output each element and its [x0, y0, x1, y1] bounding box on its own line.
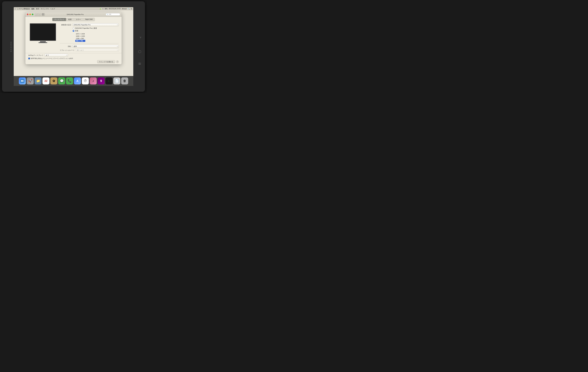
dock-item-itunes[interactable]: ♪ [90, 77, 97, 84]
tab-display[interactable]: ディスプレイ [52, 18, 66, 21]
refresh-row: リフレッシュレート: 45 ヘルツ ⬡ [60, 49, 119, 52]
dock: 🚀 📁 22 ✿ 💬 📞 A [14, 76, 133, 86]
dock-item-terminal[interactable]: >_ [105, 77, 112, 84]
grid-button[interactable] [42, 13, 45, 16]
close-button[interactable] [27, 14, 28, 15]
messages-icon: 💬 [60, 79, 64, 83]
battery-percent: 98% [105, 8, 108, 10]
screen:  システム環境設定 編集 表示 ウインドウ ヘルプ 🔋 ▽ 98% 8月22日… [14, 7, 133, 86]
monitor-base [39, 42, 47, 43]
dock-item-facetime[interactable]: 📞 [66, 77, 73, 84]
dock-item-calendar[interactable]: 22 [42, 77, 49, 84]
help-button[interactable]: ? [116, 60, 119, 63]
flower-icon: ✿ [52, 79, 55, 83]
dock-item-clock[interactable]: ⏱ [82, 77, 89, 84]
wifi-icon: ▽ [102, 8, 104, 10]
dock-item-appstore[interactable]: A [74, 77, 81, 84]
bottom-buttons: ウインドウを集める ? [28, 60, 119, 63]
menubar-left:  システム環境設定 編集 表示 ウインドウ ヘルプ [15, 8, 55, 10]
dock-item-grace[interactable]: 9 [98, 77, 105, 84]
dock-item-messages[interactable]: 💬 [58, 77, 65, 84]
menubar-app-name[interactable]: システム環境設定 [17, 8, 30, 10]
menubar-user: lifehack [122, 8, 127, 10]
dock-item-launchpad[interactable]: 🚀 [27, 77, 34, 84]
grid-icon [42, 13, 44, 15]
terminal-icon: >_ [108, 80, 110, 82]
tabbar: ディスプレイ 配置 カラー Night Shift [25, 17, 122, 22]
content: 解像度の設定: DASUNG Paperlike Pro ⬡ [25, 22, 122, 53]
menu-line-3 [138, 64, 141, 65]
menubar-item-edit[interactable]: 編集 [31, 8, 35, 10]
resolution-936[interactable]: 936 × 702 [75, 40, 85, 42]
menu-line-2 [138, 63, 141, 64]
radio-optimal[interactable]: DASUNG Paperlike Proに最適 [73, 27, 97, 29]
nav-buttons: ‹ › [35, 13, 41, 16]
forward-button[interactable]: › [38, 13, 41, 16]
svg-point-2 [22, 80, 24, 82]
battery-icon: 🔋 [99, 8, 101, 10]
resolution-label: 解像度の設定: [60, 24, 72, 26]
tab-night-shift[interactable]: Night Shift [83, 18, 95, 21]
calendar-icon: 22 [44, 80, 47, 83]
menubar-right: 🔋 ▽ 98% 8月22日(木) 16:53 lifehack 🔍 ☰ [99, 8, 132, 10]
dock-item-files2[interactable]: 📄 [113, 77, 120, 84]
resolution-select[interactable]: DASUNG Paperlike Pro ⬡ [73, 23, 119, 26]
resolution-select-value: DASUNG Paperlike Pro [74, 24, 91, 26]
menu-lines[interactable] [138, 63, 141, 65]
chevron-down-icon[interactable]: ∨ [140, 36, 141, 39]
files2-icon: 📄 [115, 79, 119, 83]
rotation-row: 回転: 標準 ⬡ [60, 45, 119, 48]
dock-item-flower[interactable]: ✿ [50, 77, 57, 84]
search-icon[interactable]: 🔍 [128, 8, 130, 10]
resolution-1872[interactable]: 1872 × 1404 [75, 33, 85, 35]
resolution-list-row: 1872 × 1404 1600 × 1200 1280 × 960 936 ×… [60, 33, 119, 42]
main-area: ‹ › DASUNG Paperlike Pro 🔍 [14, 10, 133, 86]
refresh-value: 45 ヘルツ [77, 49, 84, 51]
launchpad-icon: 🚀 [28, 79, 32, 83]
dock-item-trash[interactable]: 🗑 [121, 77, 128, 84]
rotation-label: 回転: [60, 45, 72, 48]
resolution-setting-row: 解像度の設定: DASUNG Paperlike Pro ⬡ [60, 23, 119, 26]
apple-menu-icon[interactable]:  [15, 8, 16, 10]
monitor-screen [30, 23, 56, 41]
device-frame: DASUNG  システム環境設定 編集 表示 ウインドウ ヘルプ 🔋 ▽ 98… [2, 1, 145, 92]
menubar-datetime: 8月22日(木) 16:53 [109, 8, 121, 10]
files-icon: 📁 [36, 79, 40, 83]
airplay-value: オフ [46, 54, 49, 56]
search-box-placeholder: 検索 [109, 13, 111, 15]
airplay-select[interactable]: オフ ⬡ [45, 54, 68, 57]
menubar:  システム環境設定 編集 表示 ウインドウ ヘルプ 🔋 ▽ 98% 8月22日… [14, 7, 133, 10]
home-button[interactable] [138, 50, 141, 53]
window-area: ‹ › DASUNG Paperlike Pro 🔍 [14, 10, 133, 76]
radio-row: DASUNG Paperlike Proに最適 変更 [60, 27, 119, 32]
menubar-item-help[interactable]: ヘルプ [50, 8, 55, 10]
list-icon[interactable]: ☰ [131, 8, 132, 10]
itunes-icon: ♪ [93, 79, 94, 83]
maximize-button[interactable] [32, 14, 33, 15]
resolution-1600[interactable]: 1600 × 1200 [75, 35, 85, 37]
titlebar: ‹ › DASUNG Paperlike Pro 🔍 [25, 12, 122, 17]
appstore-icon: A [76, 79, 78, 83]
menubar-item-view[interactable]: 表示 [36, 8, 39, 10]
collect-windows-button[interactable]: ウインドウを集める [97, 60, 115, 63]
dock-item-finder[interactable] [19, 77, 26, 84]
mirror-checkbox-label: 使用可能な場合はメニューバーにミラーリングオプションを表示 [31, 57, 73, 60]
back-button[interactable]: ‹ [35, 13, 38, 16]
rotation-value: 標準 [74, 45, 77, 48]
tab-color[interactable]: カラー [74, 18, 83, 21]
refresh-arrow: ⬡ [117, 50, 118, 51]
search-box[interactable]: 🔍 検索 [105, 13, 120, 16]
radio-optimal-label: DASUNG Paperlike Proに最適 [75, 27, 97, 29]
rotation-select[interactable]: 標準 ⬡ [73, 45, 119, 48]
rotation-arrow: ⬡ [117, 46, 118, 47]
tab-group: ディスプレイ 配置 カラー Night Shift [52, 18, 95, 21]
refresh-select: 45 ヘルツ ⬡ [76, 49, 119, 52]
menubar-item-window[interactable]: ウインドウ [41, 8, 49, 10]
radio-change[interactable]: 変更 [73, 30, 97, 32]
resolution-1280[interactable]: 1280 × 960 [75, 38, 85, 40]
dock-item-files[interactable]: 📁 [35, 77, 42, 84]
radio-optimal-circle [73, 27, 74, 29]
mirror-checkbox[interactable] [28, 58, 30, 59]
tab-arrangement[interactable]: 配置 [66, 18, 74, 21]
minimize-button[interactable] [29, 14, 31, 15]
